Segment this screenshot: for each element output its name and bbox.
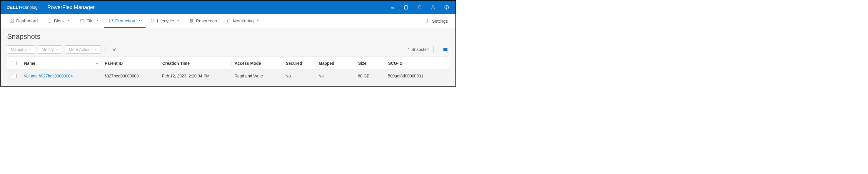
column-header-ctime[interactable]: Creation Time xyxy=(159,61,231,66)
nav-dashboard[interactable]: Dashboard xyxy=(5,14,42,28)
svg-rect-17 xyxy=(443,48,444,51)
column-label: Mapped xyxy=(319,61,334,66)
chevron-down-icon xyxy=(29,48,31,51)
table-header: Name Parent ID Creation Time Access Mode… xyxy=(7,57,449,70)
chevron-down-icon xyxy=(138,19,141,22)
dell-logo-svg: D E LL Technologies xyxy=(6,4,39,10)
svg-rect-8 xyxy=(10,19,11,20)
nav-resources[interactable]: Resources xyxy=(184,14,222,28)
column-picker-button[interactable] xyxy=(441,46,449,53)
column-header-access[interactable]: Access Mode xyxy=(231,61,283,66)
nav-label: Lifecycle xyxy=(157,18,174,23)
snapshot-name-link[interactable]: Volume:6927bec00000004 xyxy=(24,74,73,78)
more-actions-button[interactable]: More Actions xyxy=(65,45,101,54)
chevron-down-icon xyxy=(177,19,180,22)
toolbar-separator xyxy=(105,46,106,53)
jobs-icon[interactable] xyxy=(390,4,396,10)
column-header-name[interactable]: Name xyxy=(21,61,101,66)
block-icon xyxy=(47,18,52,23)
cell-name: Volume:6927bec00000004 xyxy=(21,74,101,78)
toolbar: Mapping Modify More Actions 1 Snapshot xyxy=(7,45,449,54)
cell-text: 500aef8d00000001 xyxy=(388,74,424,78)
nav-label: Protection xyxy=(115,18,135,23)
funnel-icon xyxy=(112,47,117,52)
nav-block[interactable]: Block xyxy=(42,14,75,28)
cell-mapped: No xyxy=(315,74,355,78)
button-label: Modify xyxy=(42,47,54,52)
chevron-down-icon xyxy=(96,19,99,22)
column-header-parent[interactable]: Parent ID xyxy=(101,61,159,66)
folder-icon xyxy=(80,18,84,23)
user-icon[interactable] xyxy=(430,4,436,10)
navbar: Dashboard Block File Protection Lifecycl… xyxy=(1,14,456,28)
modify-button[interactable]: Modify xyxy=(38,45,62,54)
content: Snapshots Mapping Modify More Actions 1 … xyxy=(1,28,456,86)
cell-scg: 500aef8d00000001 xyxy=(385,74,449,78)
toolbar-separator xyxy=(433,46,434,53)
svg-rect-9 xyxy=(12,19,13,20)
chevron-down-icon xyxy=(67,19,70,22)
column-header-secured[interactable]: Secured xyxy=(283,61,315,66)
nav-label: File xyxy=(87,18,93,23)
column-label: Access Mode xyxy=(235,61,261,66)
dashboard-icon xyxy=(9,18,14,23)
cell-text: No xyxy=(318,74,324,78)
button-label: Mapping xyxy=(11,47,27,52)
brand-logo: D E LL Technologies xyxy=(6,4,39,10)
app-root: D E LL Technologies PowerFlex Manager xyxy=(0,0,456,87)
nav-file[interactable]: File xyxy=(75,14,104,28)
row-checkbox[interactable] xyxy=(12,74,17,78)
shield-icon xyxy=(108,18,113,23)
cell-access: Read and Write xyxy=(231,74,283,78)
cell-ctime: Feb 12, 2023, 2:20:34 PM xyxy=(159,74,231,78)
svg-rect-19 xyxy=(447,48,447,51)
column-header-mapped[interactable]: Mapped xyxy=(315,61,355,66)
help-icon[interactable] xyxy=(444,4,450,10)
nav-protection[interactable]: Protection xyxy=(104,14,146,28)
tasks-icon[interactable] xyxy=(403,4,409,10)
filter-button[interactable] xyxy=(111,46,118,53)
sort-asc-icon xyxy=(96,62,98,65)
cell-text: No xyxy=(285,74,291,78)
svg-rect-11 xyxy=(12,21,13,22)
cell-parent: 6927bea00000003 xyxy=(101,74,159,78)
column-label: Secured xyxy=(286,61,302,66)
svg-point-5 xyxy=(432,6,434,7)
svg-text:Technologies: Technologies xyxy=(18,5,39,10)
select-all-cell[interactable] xyxy=(7,61,21,65)
bell-icon[interactable] xyxy=(417,4,423,10)
svg-rect-10 xyxy=(10,21,11,22)
svg-rect-15 xyxy=(190,19,193,22)
cell-text: Read and Write xyxy=(234,74,263,78)
button-label: More Actions xyxy=(69,47,93,52)
svg-text:LL: LL xyxy=(13,5,19,10)
nav-label: Dashboard xyxy=(16,18,38,23)
table-row[interactable]: Volume:6927bec00000004 6927bea00000003 F… xyxy=(7,70,449,82)
mapping-button[interactable]: Mapping xyxy=(7,45,35,54)
select-all-checkbox[interactable] xyxy=(12,61,17,65)
column-label: Parent ID xyxy=(105,61,123,66)
lifecycle-icon xyxy=(150,18,155,23)
bell-icon xyxy=(226,18,231,23)
svg-point-16 xyxy=(427,21,428,22)
svg-rect-18 xyxy=(445,48,446,51)
svg-point-7 xyxy=(446,8,447,8)
brand: D E LL Technologies PowerFlex Manager xyxy=(6,4,95,10)
nav-monitoring[interactable]: Monitoring xyxy=(222,14,264,28)
page-title: Snapshots xyxy=(7,32,449,40)
topbar-icons xyxy=(390,4,450,10)
snapshot-count: 1 Snapshot xyxy=(408,47,429,52)
column-label: Size xyxy=(358,61,366,66)
column-header-size[interactable]: Size xyxy=(355,61,385,66)
nav-label: Settings xyxy=(432,19,448,24)
nav-lifecycle[interactable]: Lifecycle xyxy=(146,14,184,28)
chevron-down-icon xyxy=(256,19,259,22)
cell-text: 80 GB xyxy=(358,74,370,78)
row-select-cell[interactable] xyxy=(7,74,21,78)
nav-settings[interactable]: Settings xyxy=(422,14,451,28)
resources-icon xyxy=(189,18,194,23)
cell-secured: No xyxy=(283,74,315,78)
cell-size: 80 GB xyxy=(355,74,385,78)
column-header-scg[interactable]: SCG-ID xyxy=(385,61,449,66)
cell-text: Feb 12, 2023, 2:20:34 PM xyxy=(162,74,210,78)
